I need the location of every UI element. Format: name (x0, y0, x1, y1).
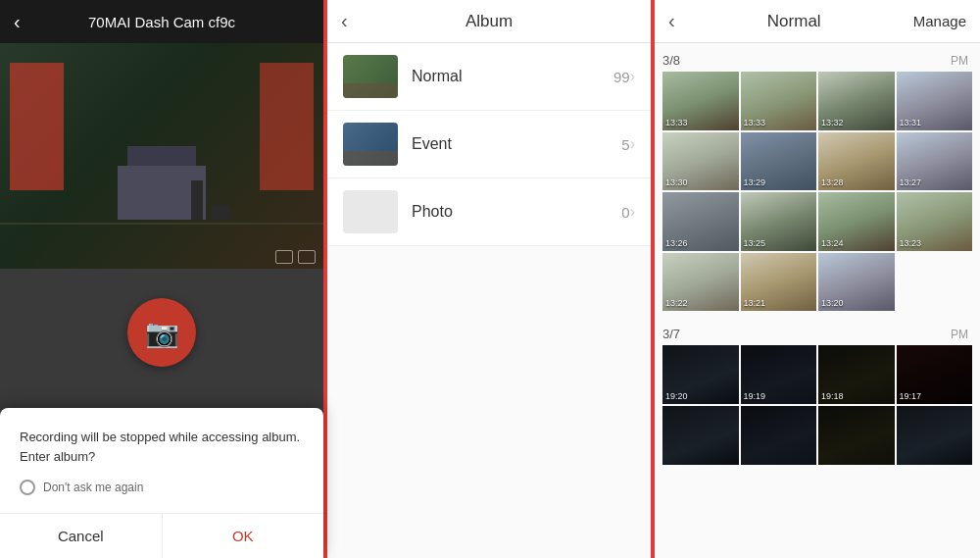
thumbnail-item[interactable]: 13:23 (897, 192, 973, 251)
thumbnail-time: 19:18 (821, 391, 844, 401)
thumbnail-item[interactable]: 13:24 (818, 192, 895, 251)
thumbnail-item[interactable]: 19:18 (818, 345, 895, 404)
dialog-ok-button[interactable]: OK (163, 514, 324, 558)
thumbnail-time: 13:21 (744, 298, 766, 308)
album-thumb-normal (343, 55, 398, 98)
date-row: 3/8PM (662, 49, 972, 72)
thumbnail-time: 19:17 (900, 391, 922, 401)
gate-left (10, 63, 64, 190)
thumbnail-item (818, 406, 895, 465)
dialog-checkbox-row[interactable]: Don't ask me again (20, 480, 304, 495)
period-label: PM (951, 54, 968, 68)
chevron-right-icon-photo: › (630, 203, 635, 221)
thumbnail-item[interactable]: 13:33 (741, 72, 817, 130)
dialog-radio[interactable] (20, 480, 35, 495)
album-info-normal: Normal (398, 68, 613, 85)
album-item-photo[interactable]: Photo 0 › (327, 178, 651, 246)
thumbnail-item (741, 406, 817, 465)
thumbnail-item[interactable]: 13:32 (818, 72, 895, 130)
gallery-panel: ‹ Normal Manage 3/8PM13:3313:3313:3213:3… (655, 0, 980, 558)
album-count-photo: 0 (621, 204, 629, 221)
date-row: 3/7PM (662, 323, 972, 345)
thumbnail-time: 19:19 (744, 391, 766, 401)
chevron-right-icon-event: › (630, 135, 635, 153)
thumbnail-background (818, 406, 895, 465)
album-count-normal: 99 (613, 69, 630, 85)
gallery-header: ‹ Normal Manage (655, 0, 980, 43)
album-info-photo: Photo (398, 203, 621, 221)
album-back-button[interactable]: ‹ (341, 10, 348, 32)
thumbnail-time: 13:25 (744, 238, 766, 248)
dialog-cancel-button[interactable]: Cancel (0, 514, 163, 558)
album-thumb-photo (343, 190, 398, 233)
camera-overlay-icons (275, 250, 316, 264)
thumbnail-item[interactable]: 13:20 (818, 253, 895, 312)
overlay-icon-1 (275, 250, 293, 264)
thumbnail-time: 13:24 (821, 238, 844, 248)
ground-line (0, 223, 323, 225)
dialog-checkbox-label: Don't ask me again (43, 481, 143, 494)
thumbnail-item[interactable]: 19:19 (741, 345, 817, 404)
thumbnail-background (662, 406, 739, 465)
gallery-title: Normal (767, 12, 821, 31)
date-section-3-7: 3/7PM19:2019:1919:1819:17 (655, 317, 980, 470)
album-title: Album (466, 12, 513, 31)
thumbnail-background (897, 406, 973, 465)
thumbnail-item[interactable]: 13:25 (741, 192, 817, 251)
album-header: ‹ Album (327, 0, 651, 43)
thumbnail-time: 13:29 (744, 178, 766, 187)
thumbnail-time: 13:20 (821, 298, 844, 308)
album-item-event[interactable]: Event 5 › (327, 111, 651, 178)
thumbnail-background (741, 406, 817, 465)
manage-button[interactable]: Manage (913, 13, 966, 29)
camera-header: ‹ 70MAI Dash Cam cf9c (0, 0, 323, 43)
album-thumb-event (343, 123, 398, 166)
album-panel: ‹ Album Normal 99 › Event 5 › (327, 0, 651, 558)
date-label: 3/8 (662, 53, 680, 68)
date-section-3-8: 3/8PM13:3313:3313:3213:3113:3013:2913:28… (655, 43, 980, 317)
dialog-message: Recording will be stopped while accessin… (20, 428, 304, 466)
album-dialog: Recording will be stopped while accessin… (0, 408, 323, 558)
thumbnail-item[interactable]: 19:20 (662, 345, 739, 404)
capture-button[interactable]: 📷 (127, 298, 196, 367)
gallery-back-button[interactable]: ‹ (668, 10, 675, 32)
album-item-normal[interactable]: Normal 99 › (327, 43, 651, 111)
thumbnail-time: 19:20 (665, 391, 688, 401)
thumbnail-item[interactable]: 13:31 (897, 72, 973, 130)
thumbnail-time: 13:28 (821, 178, 844, 187)
thumb-road-overlay (343, 83, 398, 98)
camera-capture-icon: 📷 (145, 317, 179, 349)
thumbnail-item[interactable]: 13:30 (662, 132, 739, 191)
thumbnail-time: 13:26 (665, 238, 688, 248)
thumbnail-time: 13:30 (665, 178, 688, 187)
album-name-event: Event (412, 135, 621, 153)
thumb-road-overlay-event (343, 151, 398, 166)
thumbnail-item[interactable]: 13:29 (741, 132, 817, 191)
feed-background (0, 43, 323, 269)
album-count-event: 5 (621, 136, 629, 153)
thumbnail-grid: 13:3313:3313:3213:3113:3013:2913:2813:27… (662, 72, 972, 311)
camera-panel: ‹ 70MAI Dash Cam cf9c 📷 Recording will b… (0, 0, 323, 558)
camera-back-button[interactable]: ‹ (14, 11, 21, 33)
camera-title: 70MAI Dash Cam cf9c (88, 14, 235, 30)
dialog-button-row: Cancel OK (0, 513, 323, 558)
thumbnail-item (897, 253, 973, 312)
album-list: Normal 99 › Event 5 › Photo 0 › (327, 43, 651, 558)
thumbnail-time: 13:33 (744, 118, 766, 127)
thumbnail-time: 13:23 (900, 238, 922, 248)
van-roof (127, 146, 196, 166)
thumbnail-item (662, 406, 739, 465)
thumbnail-item[interactable]: 13:28 (818, 132, 895, 191)
thumbnail-item[interactable]: 13:33 (662, 72, 739, 130)
thumbnail-item[interactable]: 13:21 (741, 253, 817, 312)
thumbnail-item[interactable]: 19:17 (897, 345, 973, 404)
gallery-scroll[interactable]: 3/8PM13:3313:3313:3213:3113:3013:2913:28… (655, 43, 980, 558)
thumbnail-grid: 19:2019:1919:1819:17 (662, 345, 972, 464)
thumbnail-item[interactable]: 13:22 (662, 253, 739, 312)
thumbnail-item[interactable]: 13:27 (897, 132, 973, 191)
album-name-photo: Photo (412, 203, 621, 221)
thumbnail-background (897, 253, 973, 312)
thumbnail-time: 13:31 (900, 118, 922, 127)
gate-right (260, 63, 314, 190)
thumbnail-item[interactable]: 13:26 (662, 192, 739, 251)
